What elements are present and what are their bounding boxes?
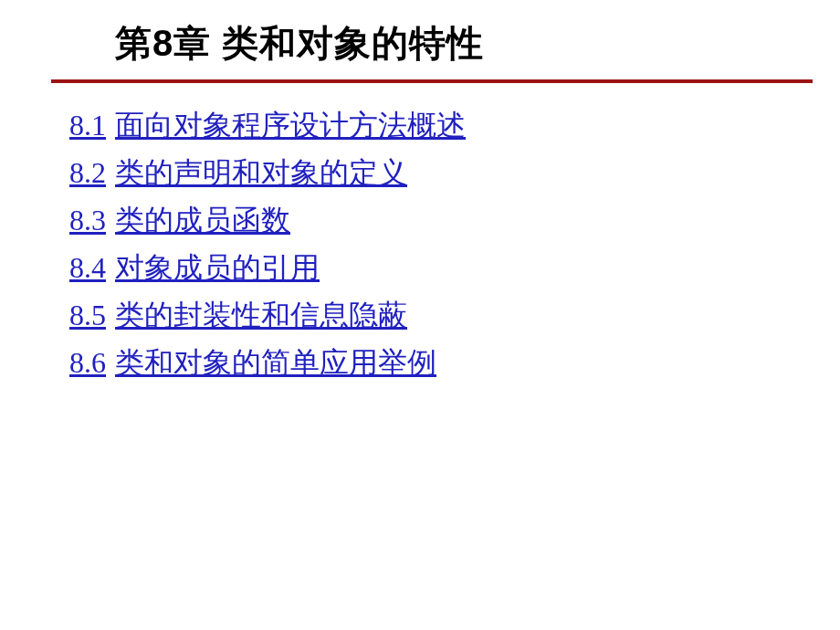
title-container: 第8章 类和对象的特性 — [0, 18, 840, 68]
toc-num: 8.4 — [69, 251, 106, 284]
toc-text: 对象成员的引用 — [115, 251, 320, 284]
toc-text: 类的封装性和信息隐蔽 — [115, 299, 407, 331]
toc-num: 8.1 — [69, 109, 106, 142]
toc-num: 8.6 — [69, 346, 106, 379]
toc-num: 8.5 — [69, 299, 106, 331]
toc-link-8-5[interactable]: 8.5类的封装性和信息隐蔽 — [69, 293, 840, 337]
toc-text: 面向对象程序设计方法概述 — [115, 109, 466, 142]
title-underline — [51, 79, 813, 83]
toc-link-8-1[interactable]: 8.1面向对象程序设计方法概述 — [69, 103, 840, 147]
toc-text: 类和对象的简单应用举例 — [115, 346, 436, 379]
toc-link-8-4[interactable]: 8.4对象成员的引用 — [69, 246, 840, 289]
toc-link-8-6[interactable]: 8.6类和对象的简单应用举例 — [69, 341, 840, 384]
slide: 第8章 类和对象的特性 8.1面向对象程序设计方法概述 8.2类的声明和对象的定… — [0, 0, 840, 630]
toc-num: 8.2 — [69, 156, 106, 189]
chapter-title: 第8章 类和对象的特性 — [115, 18, 794, 68]
table-of-contents: 8.1面向对象程序设计方法概述 8.2类的声明和对象的定义 8.3类的成员函数 … — [0, 103, 840, 384]
toc-text: 类的成员函数 — [115, 204, 290, 236]
toc-text: 类的声明和对象的定义 — [115, 156, 407, 189]
toc-link-8-3[interactable]: 8.3类的成员函数 — [69, 198, 840, 242]
toc-link-8-2[interactable]: 8.2类的声明和对象的定义 — [69, 151, 840, 194]
toc-num: 8.3 — [69, 204, 106, 236]
